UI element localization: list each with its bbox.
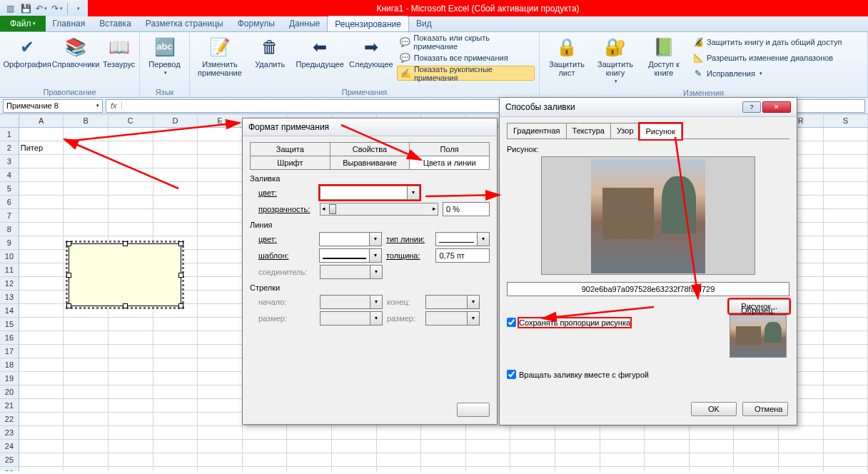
cell[interactable] <box>690 453 735 467</box>
tab-review[interactable]: Рецензирование <box>327 16 409 31</box>
cell[interactable] <box>19 399 64 413</box>
cell[interactable] <box>19 453 64 467</box>
col-header[interactable]: C <box>108 114 153 127</box>
cell[interactable] <box>287 440 332 453</box>
resize-handle[interactable] <box>178 273 183 278</box>
cell[interactable] <box>19 236 64 250</box>
cell[interactable] <box>64 440 108 453</box>
cell[interactable] <box>64 358 108 372</box>
track-changes-button[interactable]: ✎Исправления▾ <box>690 66 844 81</box>
cell[interactable] <box>198 345 243 358</box>
cell[interactable] <box>421 453 466 467</box>
protect-sheet-button[interactable]: 🔒Защитить лист <box>544 34 590 79</box>
tab-font[interactable]: Шрифт <box>250 156 330 170</box>
cell[interactable] <box>64 128 108 141</box>
redo-icon[interactable]: ↷▾ <box>50 1 64 16</box>
cell[interactable] <box>108 453 153 467</box>
cell[interactable] <box>64 168 108 182</box>
cell[interactable] <box>824 155 869 168</box>
cell[interactable] <box>824 304 869 318</box>
cell[interactable] <box>153 223 198 236</box>
cell[interactable] <box>153 345 198 358</box>
transparency-value[interactable]: 0 % <box>443 202 490 216</box>
next-comment-button[interactable]: ➡Следующее <box>348 34 394 70</box>
cell[interactable] <box>19 467 64 471</box>
lock-aspect-checkbox[interactable] <box>507 318 516 327</box>
cell[interactable] <box>198 196 243 209</box>
cell[interactable] <box>108 318 153 331</box>
tab-colors-lines[interactable]: Цвета и линии <box>410 156 490 170</box>
cell[interactable] <box>153 128 198 141</box>
cell[interactable] <box>108 440 153 453</box>
cell[interactable] <box>824 399 869 413</box>
cell[interactable] <box>64 155 108 168</box>
cell[interactable] <box>198 440 243 453</box>
edit-comment-button[interactable]: 📝Изменить примечание <box>194 34 246 79</box>
cell[interactable] <box>198 467 243 471</box>
slider-thumb[interactable] <box>329 204 336 214</box>
cell[interactable] <box>198 141 243 155</box>
tab-protection[interactable]: Защита <box>250 142 330 156</box>
cell[interactable] <box>153 141 198 155</box>
delete-comment-button[interactable]: 🗑Удалить <box>248 34 292 70</box>
cell[interactable] <box>645 440 690 453</box>
name-box[interactable]: Примечание 8▾ <box>3 99 103 113</box>
cell[interactable] <box>824 141 869 155</box>
rotate-fill-checkbox[interactable] <box>507 370 516 379</box>
cell[interactable] <box>824 372 869 385</box>
tab-gradient[interactable]: Градиентная <box>507 123 567 138</box>
row-header[interactable]: 6 <box>0 196 19 209</box>
cell[interactable] <box>824 331 869 345</box>
cell[interactable] <box>332 440 377 453</box>
weight-value[interactable]: 0,75 пт <box>435 248 490 263</box>
cell[interactable] <box>108 467 153 471</box>
cell[interactable] <box>824 345 869 358</box>
fx-icon[interactable]: fx <box>106 101 122 110</box>
cell[interactable] <box>243 453 288 467</box>
tab-picture[interactable]: Рисунок <box>640 123 682 139</box>
cell[interactable] <box>19 372 64 385</box>
cell[interactable] <box>108 182 153 196</box>
cell[interactable] <box>108 399 153 413</box>
cell[interactable] <box>64 331 108 345</box>
cell[interactable] <box>19 223 64 236</box>
showall-comments-button[interactable]: 💬Показать все примечания <box>397 50 535 65</box>
cell[interactable] <box>466 440 511 453</box>
cell[interactable] <box>153 196 198 209</box>
row-header[interactable]: 12 <box>0 277 19 291</box>
col-header[interactable]: S <box>824 114 868 127</box>
combo-arrow-icon[interactable]: ▾ <box>407 186 419 199</box>
cell[interactable] <box>824 236 869 250</box>
cell[interactable] <box>19 263 64 277</box>
cell[interactable] <box>19 385 64 399</box>
row-header[interactable]: 19 <box>0 372 19 385</box>
cell[interactable] <box>64 413 108 426</box>
col-header[interactable]: E <box>198 114 243 127</box>
cell[interactable] <box>64 318 108 331</box>
qat-customize-icon[interactable]: ▾ <box>71 1 85 16</box>
cell[interactable] <box>690 467 735 471</box>
cell[interactable] <box>377 426 422 440</box>
cell[interactable] <box>690 426 735 440</box>
resize-handle[interactable] <box>66 273 71 278</box>
cell[interactable] <box>19 304 64 318</box>
cell[interactable] <box>19 277 64 291</box>
tab-data[interactable]: Данные <box>282 16 327 31</box>
cell[interactable] <box>153 155 198 168</box>
cell[interactable] <box>198 291 243 304</box>
cell[interactable] <box>824 277 869 291</box>
save-icon[interactable]: 💾 <box>19 1 33 16</box>
cell[interactable] <box>19 209 64 223</box>
share-book-button[interactable]: 📗Доступ к книге <box>641 34 687 79</box>
cell[interactable] <box>198 250 243 263</box>
cell[interactable] <box>510 453 555 467</box>
cell[interactable] <box>153 182 198 196</box>
cell[interactable] <box>243 467 288 471</box>
undo-icon[interactable]: ↶▾ <box>34 1 49 16</box>
cell[interactable] <box>332 426 377 440</box>
pattern-combo[interactable]: ▾ <box>319 248 381 263</box>
cell[interactable] <box>64 182 108 196</box>
tab-insert[interactable]: Вставка <box>92 16 138 31</box>
cell[interactable] <box>198 182 243 196</box>
cell[interactable] <box>19 291 64 304</box>
